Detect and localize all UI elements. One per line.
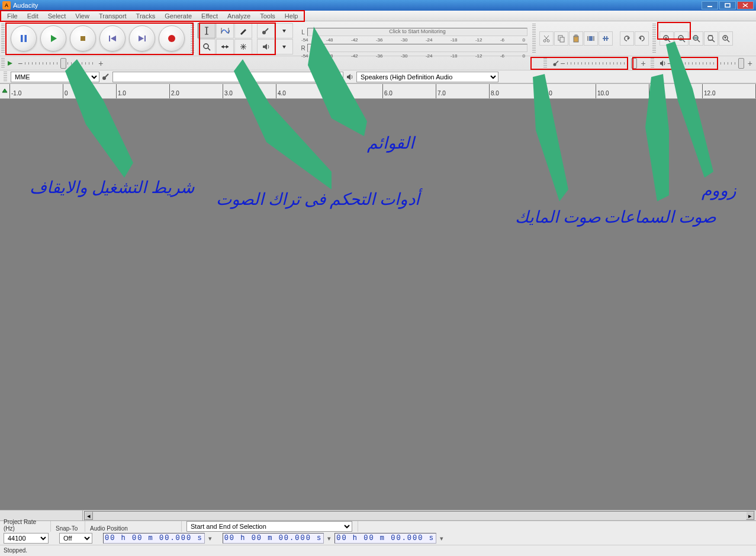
menu-help[interactable]: Help bbox=[280, 11, 303, 21]
play-button[interactable] bbox=[40, 25, 66, 52]
toolbar-grip[interactable] bbox=[1, 58, 5, 69]
speaker-icon bbox=[659, 59, 667, 68]
playback-device-select[interactable]: Speakers (High Definition Audio bbox=[356, 72, 498, 82]
svg-marker-31 bbox=[282, 46, 286, 49]
speaker-device-icon bbox=[346, 73, 354, 81]
svg-rect-57 bbox=[694, 37, 697, 39]
silence-button[interactable] bbox=[599, 31, 613, 46]
selection-mode-select[interactable]: Start and End of Selection bbox=[186, 521, 352, 532]
rec-meter-dropdown[interactable] bbox=[275, 23, 293, 38]
selection-tool[interactable] bbox=[198, 23, 215, 38]
svg-line-19 bbox=[208, 48, 210, 50]
svg-rect-1 bbox=[725, 4, 730, 7]
maximize-button[interactable] bbox=[719, 1, 736, 9]
close-button[interactable] bbox=[737, 1, 754, 9]
toolbar-grip[interactable] bbox=[4, 72, 7, 82]
menu-effect[interactable]: Effect bbox=[197, 11, 223, 21]
timeshift-tool[interactable] bbox=[216, 39, 234, 54]
zoom-toggle-button[interactable] bbox=[719, 31, 733, 46]
toolbars: L Click to Start Monitoring -54-48-42-36… bbox=[0, 21, 756, 83]
record-button[interactable] bbox=[159, 25, 185, 52]
snap-to-select[interactable]: Off bbox=[59, 533, 92, 544]
skip-end-button[interactable] bbox=[129, 25, 155, 52]
play-meter-speaker-icon[interactable] bbox=[257, 39, 275, 54]
pause-button[interactable] bbox=[11, 25, 37, 52]
play-at-speed-icon[interactable] bbox=[6, 59, 14, 68]
redo-button[interactable] bbox=[635, 31, 649, 46]
playback-speed-slider[interactable]: − + bbox=[18, 59, 103, 68]
envelope-tool[interactable] bbox=[216, 23, 234, 38]
undo-button[interactable] bbox=[620, 31, 634, 46]
svg-line-54 bbox=[683, 40, 685, 42]
svg-marker-22 bbox=[226, 45, 229, 49]
toolbar-grip[interactable] bbox=[532, 24, 536, 53]
svg-rect-4 bbox=[21, 35, 23, 42]
paste-button[interactable] bbox=[569, 31, 583, 46]
svg-marker-65 bbox=[8, 61, 12, 66]
svg-rect-7 bbox=[81, 36, 85, 41]
svg-marker-71 bbox=[347, 74, 350, 80]
zoom-tool[interactable] bbox=[198, 39, 215, 54]
menu-edit[interactable]: Edit bbox=[22, 11, 43, 21]
playback-volume-slider[interactable]: − + bbox=[659, 59, 752, 68]
menu-transport[interactable]: Transport bbox=[94, 11, 131, 21]
svg-marker-10 bbox=[139, 36, 144, 41]
horizontal-scrollbar[interactable]: ◂ ▸ bbox=[84, 511, 755, 520]
menu-view[interactable]: View bbox=[70, 11, 94, 21]
toolbar-grip[interactable] bbox=[652, 24, 656, 53]
fit-project-button[interactable] bbox=[704, 31, 718, 46]
svg-line-56 bbox=[697, 40, 700, 42]
menu-generate[interactable]: Generate bbox=[160, 11, 197, 21]
copy-button[interactable] bbox=[554, 31, 568, 46]
mic-icon bbox=[552, 59, 560, 68]
menu-tools[interactable]: Tools bbox=[255, 11, 280, 21]
menu-file[interactable]: File bbox=[2, 11, 22, 21]
svg-marker-29 bbox=[282, 30, 286, 33]
zoom-out-button[interactable] bbox=[674, 31, 689, 46]
ruler-pin-icon[interactable] bbox=[0, 84, 9, 98]
project-rate-label: Project Rate (Hz) bbox=[4, 521, 51, 532]
svg-marker-30 bbox=[263, 44, 267, 50]
meter-play-ticks: -54-48-42-36-30-24-18-12-60 bbox=[299, 53, 527, 59]
project-rate-select[interactable]: 44100 bbox=[4, 533, 49, 544]
mic-device-icon bbox=[102, 73, 110, 81]
menu-select[interactable]: Select bbox=[43, 11, 71, 21]
svg-line-67 bbox=[556, 61, 559, 64]
draw-tool[interactable] bbox=[234, 23, 252, 38]
svg-rect-11 bbox=[144, 36, 146, 41]
toolbar-grip[interactable] bbox=[191, 24, 194, 53]
skip-start-button[interactable] bbox=[99, 25, 126, 52]
svg-rect-8 bbox=[109, 36, 110, 41]
rec-meter-mic-icon[interactable] bbox=[257, 23, 275, 38]
track-area[interactable] bbox=[0, 99, 756, 503]
minimize-button[interactable] bbox=[702, 1, 718, 9]
record-meter[interactable]: L Click to Start Monitoring -54-48-42-36… bbox=[298, 25, 529, 52]
toolbar-grip[interactable] bbox=[651, 58, 654, 69]
menu-tracks[interactable]: Tracks bbox=[131, 11, 160, 21]
selection-end-field[interactable]: 00 h 00 m 00.000 s bbox=[334, 533, 436, 544]
svg-marker-9 bbox=[111, 36, 116, 41]
toolbar-grip[interactable] bbox=[543, 58, 547, 69]
zoom-toolbar bbox=[660, 31, 733, 46]
menu-analyze[interactable]: Analyze bbox=[223, 11, 255, 21]
svg-point-18 bbox=[204, 44, 208, 49]
toolbar-grip[interactable] bbox=[1, 24, 5, 53]
recording-volume-slider[interactable]: − + bbox=[552, 59, 645, 68]
horizontal-scrollbar-row: ◂ ▸ bbox=[0, 510, 756, 520]
audio-host-select[interactable]: MME bbox=[11, 72, 99, 82]
timeline-ruler[interactable]: -1.001.02.03.04.05.06.07.08.09.010.011.0… bbox=[9, 84, 756, 98]
multi-tool[interactable] bbox=[234, 39, 252, 54]
stop-button[interactable] bbox=[70, 25, 96, 52]
audio-position-field[interactable]: 00 h 00 m 00.000 s bbox=[103, 533, 205, 544]
svg-rect-37 bbox=[560, 37, 564, 42]
trim-button[interactable] bbox=[584, 31, 598, 46]
fit-selection-button[interactable] bbox=[689, 31, 703, 46]
selection-start-field[interactable]: 00 h 00 m 00.000 s bbox=[223, 533, 324, 544]
meter-right-label: R bbox=[299, 45, 307, 52]
play-meter-dropdown[interactable] bbox=[275, 39, 293, 54]
recording-device-select[interactable] bbox=[112, 72, 343, 82]
cut-button[interactable] bbox=[539, 31, 554, 46]
transport-toolbar bbox=[6, 25, 189, 52]
svg-rect-39 bbox=[575, 35, 577, 37]
zoom-in-button[interactable] bbox=[660, 31, 674, 46]
